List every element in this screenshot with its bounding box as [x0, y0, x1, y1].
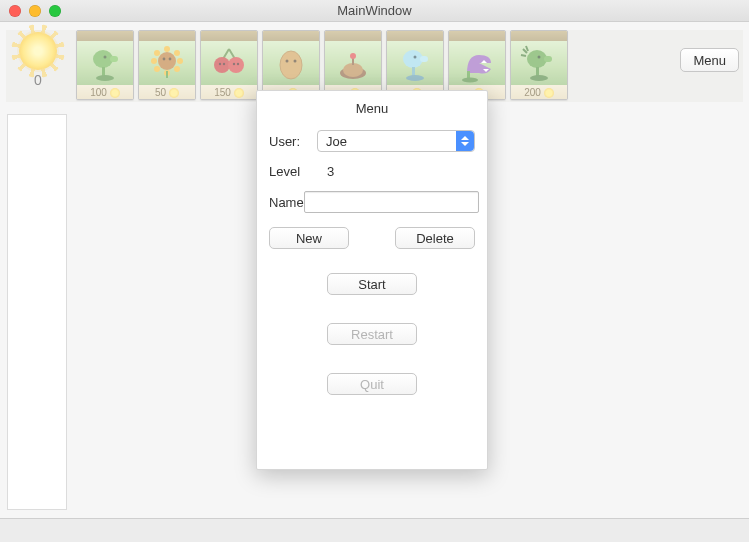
svg-point-39	[462, 78, 478, 83]
svg-point-6	[174, 50, 180, 56]
svg-point-13	[158, 52, 176, 70]
quit-button-label: Quit	[360, 377, 384, 392]
card-cost: 50	[155, 87, 166, 98]
wall-nut-icon	[263, 41, 319, 85]
dialog-title: Menu	[269, 101, 475, 116]
svg-point-3	[96, 75, 114, 81]
svg-point-5	[164, 46, 170, 52]
svg-point-22	[237, 63, 239, 65]
svg-point-12	[154, 50, 160, 56]
menu-button[interactable]: Menu	[680, 48, 739, 72]
menu-dialog: Menu User: Joe Level 3 Name New Delete S…	[256, 90, 488, 470]
svg-point-7	[177, 58, 183, 64]
level-label: Level	[269, 164, 317, 179]
svg-point-44	[538, 56, 541, 59]
sun-mini-icon	[544, 88, 554, 98]
svg-point-18	[228, 57, 244, 73]
svg-point-15	[169, 58, 172, 61]
chevron-updown-icon	[456, 131, 474, 151]
svg-point-26	[294, 60, 297, 63]
restart-button[interactable]: Restart	[327, 323, 417, 345]
restart-button-label: Restart	[351, 327, 393, 342]
user-select[interactable]: Joe	[317, 130, 475, 152]
svg-point-17	[214, 57, 230, 73]
peashooter-icon	[77, 41, 133, 85]
sun-counter: 0	[8, 32, 68, 88]
svg-rect-16	[166, 71, 168, 78]
svg-point-25	[286, 60, 289, 63]
delete-button[interactable]: Delete	[395, 227, 475, 249]
svg-point-35	[414, 56, 417, 59]
minimize-icon[interactable]	[29, 5, 41, 17]
sunflower-icon	[139, 41, 195, 85]
user-select-value: Joe	[326, 134, 347, 149]
cherry-bomb-icon	[201, 41, 257, 85]
svg-rect-32	[420, 56, 428, 62]
svg-point-34	[406, 75, 424, 81]
sun-mini-icon	[110, 88, 120, 98]
client-area: 0 100	[0, 22, 749, 518]
snow-pea-icon	[387, 41, 443, 85]
svg-point-28	[343, 63, 363, 77]
start-button-label: Start	[358, 277, 385, 292]
svg-rect-1	[110, 56, 118, 62]
card-cost: 200	[524, 87, 541, 98]
repeater-icon	[511, 41, 567, 85]
svg-point-8	[174, 66, 180, 72]
user-label: User:	[269, 134, 317, 149]
close-icon[interactable]	[9, 5, 21, 17]
new-button-label: New	[296, 231, 322, 246]
potato-mine-icon	[325, 41, 381, 85]
svg-point-4	[104, 56, 107, 59]
svg-point-11	[151, 58, 157, 64]
svg-point-19	[219, 63, 221, 65]
sun-mini-icon	[169, 88, 179, 98]
card-cost: 150	[214, 87, 231, 98]
card-cost: 100	[90, 87, 107, 98]
chomper-icon	[449, 41, 505, 85]
svg-point-43	[530, 75, 548, 81]
start-button[interactable]: Start	[327, 273, 417, 295]
card-repeater[interactable]: 200	[510, 30, 568, 100]
status-bar	[0, 518, 749, 542]
delete-button-label: Delete	[416, 231, 454, 246]
svg-rect-41	[544, 56, 552, 62]
level-value: 3	[317, 164, 334, 179]
svg-point-20	[223, 63, 225, 65]
maximize-icon[interactable]	[49, 5, 61, 17]
menu-button-label: Menu	[693, 53, 726, 68]
card-sunflower[interactable]: 50	[138, 30, 196, 100]
window-controls	[9, 5, 61, 17]
svg-point-30	[350, 53, 356, 59]
sun-mini-icon	[234, 88, 244, 98]
svg-point-14	[163, 58, 166, 61]
new-button[interactable]: New	[269, 227, 349, 249]
svg-point-21	[233, 63, 235, 65]
quit-button[interactable]: Quit	[327, 373, 417, 395]
svg-point-10	[154, 66, 160, 72]
selected-plants-list[interactable]	[7, 114, 67, 510]
name-field[interactable]	[304, 191, 479, 213]
titlebar: MainWindow	[0, 0, 749, 22]
sun-icon	[19, 32, 57, 70]
card-peashooter[interactable]: 100	[76, 30, 134, 100]
card-cherry-bomb[interactable]: 150	[200, 30, 258, 100]
name-label: Name	[269, 195, 304, 210]
window-title: MainWindow	[0, 3, 749, 18]
